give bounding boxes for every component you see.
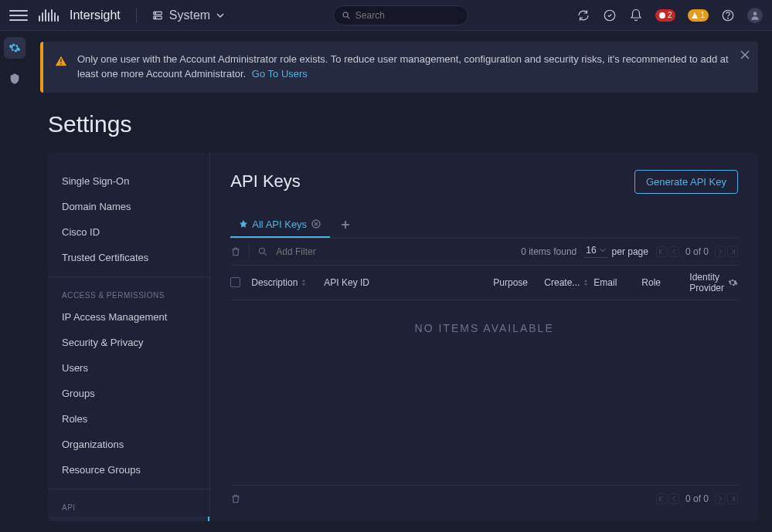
th-api-key-id[interactable]: API Key ID [324, 277, 490, 288]
select-all-checkbox[interactable] [230, 277, 240, 287]
hamburger-menu[interactable] [9, 6, 28, 25]
app-header: Intersight System 2 1 [0, 0, 772, 31]
search-icon[interactable] [257, 246, 268, 257]
sidebar-item-resource-groups[interactable]: Resource Groups [48, 457, 209, 483]
content-pane: API Keys Generate API Key All API Keys [210, 153, 758, 521]
th-identity-provider[interactable]: Identity Provider [689, 272, 724, 293]
sidebar-item-organizations[interactable]: Organizations [48, 432, 209, 457]
column-settings-icon[interactable] [727, 277, 738, 288]
page-prev-button[interactable] [668, 246, 679, 257]
page-first-button[interactable] [656, 493, 667, 504]
generate-api-key-button[interactable]: Generate API Key [634, 170, 738, 194]
sidebar-separator [48, 489, 209, 490]
th-role[interactable]: Role [641, 277, 686, 288]
sidebar-item-ip-access[interactable]: IP Access Management [48, 304, 209, 330]
help-icon[interactable] [721, 8, 735, 22]
pager-top: 0 of 0 [656, 246, 738, 257]
banner-text: Only one user with the Account Administr… [77, 53, 747, 82]
table-footer: 0 of 0 [230, 485, 738, 504]
items-found-label: 0 items found [521, 246, 576, 257]
svg-point-10 [753, 12, 757, 15]
svg-point-9 [728, 18, 729, 19]
table-toolbar: 0 items found 16 per page 0 of 0 [230, 239, 738, 266]
nav-item-admin[interactable] [4, 68, 26, 90]
th-create[interactable]: Create... [544, 277, 590, 288]
svg-point-4 [343, 12, 348, 16]
delete-icon[interactable] [230, 246, 241, 257]
table-header-row: Description API Key ID Purpose Create...… [230, 266, 738, 300]
warning-count: 1 [700, 11, 705, 19]
header-icons: 2 1 [576, 8, 763, 23]
sidebar-item-groups[interactable]: Groups [48, 381, 209, 406]
sort-icon [583, 280, 589, 286]
sidebar-item-roles[interactable]: Roles [48, 406, 209, 432]
system-selector[interactable]: System [152, 8, 224, 22]
sidebar-separator [48, 276, 209, 277]
th-purpose[interactable]: Purpose [493, 277, 541, 288]
nav-rail [0, 31, 29, 532]
warning-badge[interactable]: 1 [688, 9, 709, 22]
user-avatar[interactable] [747, 8, 763, 23]
refresh-icon[interactable] [576, 8, 590, 22]
sidebar-header-access: ACCESS & PERMISSIONS [48, 283, 209, 304]
chevron-down-icon [600, 247, 606, 253]
search-wrap [232, 5, 569, 25]
cisco-logo-icon [39, 9, 59, 22]
pager-bottom: 0 of 0 [656, 493, 738, 504]
sidebar-item-api-keys[interactable]: API Keys [48, 517, 209, 521]
page-next-button[interactable] [715, 246, 726, 257]
sidebar-item-cisco-id[interactable]: Cisco ID [48, 219, 209, 245]
toolbar-separator [249, 245, 250, 259]
svg-line-5 [347, 16, 349, 19]
empty-state: NO ITEMS AVAILABLE [230, 300, 738, 479]
page-info: 0 of 0 [685, 493, 709, 504]
error-badge[interactable]: 2 [655, 9, 676, 22]
close-icon[interactable] [740, 49, 750, 60]
per-page-label: per page [612, 246, 648, 257]
svg-point-2 [155, 12, 155, 13]
warning-icon [54, 54, 68, 68]
sidebar-item-users[interactable]: Users [48, 355, 209, 381]
system-label: System [169, 8, 210, 22]
tab-close-icon[interactable] [311, 219, 321, 229]
nav-item-settings[interactable] [4, 37, 26, 59]
page-title: Settings [48, 111, 758, 137]
warning-banner: Only one user with the Account Administr… [40, 42, 758, 93]
th-description[interactable]: Description [251, 277, 321, 288]
sidebar-header-api: API [48, 496, 209, 517]
page-last-button[interactable] [727, 246, 738, 257]
bell-icon[interactable] [629, 8, 643, 22]
filter-input[interactable] [276, 246, 513, 257]
svg-point-3 [155, 17, 155, 18]
page-next-button[interactable] [715, 493, 726, 504]
page-first-button[interactable] [656, 246, 667, 257]
page-last-button[interactable] [727, 493, 738, 504]
sidebar-item-sso[interactable]: Single Sign-On [48, 168, 209, 194]
pin-icon [240, 220, 247, 228]
per-page-value: 16 [586, 245, 596, 256]
banner-link[interactable]: Go To Users [252, 68, 308, 80]
th-email[interactable]: Email [593, 277, 638, 288]
page-prev-button[interactable] [668, 493, 679, 504]
chevron-down-icon [216, 12, 224, 19]
settings-card: Single Sign-On Domain Names Cisco ID Tru… [48, 153, 758, 521]
page-info: 0 of 0 [685, 246, 709, 257]
sidebar-item-security-privacy[interactable]: Security & Privacy [48, 330, 209, 355]
per-page-selector[interactable]: 16 per page [584, 245, 648, 258]
svg-point-7 [659, 12, 665, 19]
svg-point-18 [260, 248, 265, 253]
tabs: All API Keys [230, 212, 738, 239]
add-tab-button[interactable] [336, 215, 355, 234]
sidebar-item-trusted-certs[interactable]: Trusted Certificates [48, 245, 209, 270]
search-icon [342, 10, 351, 21]
sidebar-item-domain-names[interactable]: Domain Names [48, 194, 209, 219]
global-search[interactable] [333, 5, 468, 25]
sort-icon [301, 280, 307, 286]
search-input[interactable] [355, 10, 460, 21]
tab-all-api-keys[interactable]: All API Keys [230, 212, 330, 238]
content-title: API Keys [230, 171, 300, 191]
delete-icon[interactable] [230, 493, 241, 504]
banner-message: Only one user with the Account Administr… [77, 53, 729, 80]
tasks-icon[interactable] [603, 8, 617, 22]
tab-label: All API Keys [252, 219, 307, 230]
